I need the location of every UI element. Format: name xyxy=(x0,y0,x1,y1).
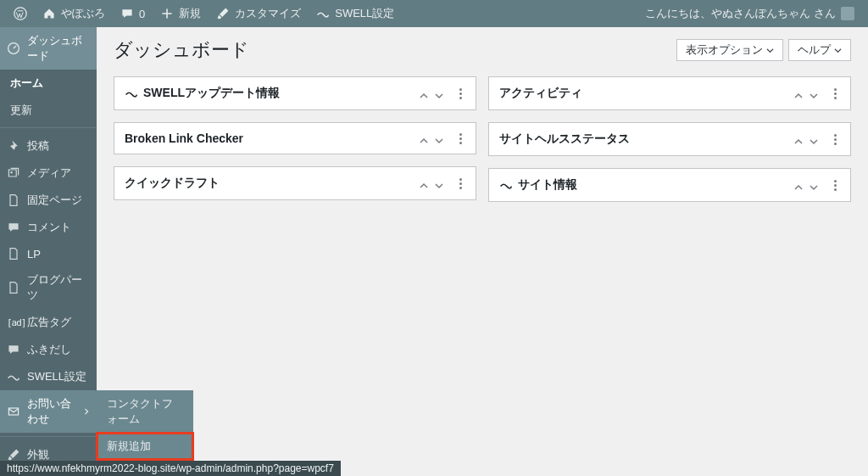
swell-icon xyxy=(499,178,513,192)
sidebar-posts[interactable]: 投稿 xyxy=(0,132,97,160)
sidebar-label: お問い合わせ xyxy=(27,396,76,427)
site-link[interactable]: やぽぶろ xyxy=(36,0,112,27)
metabox-swell-update: SWELLアップデート情報 xyxy=(114,76,476,110)
metabox-actions xyxy=(794,134,840,145)
sidebar-adtag[interactable]: [ad] 広告タグ xyxy=(0,309,97,336)
sidebar-label: SWELL設定 xyxy=(27,369,86,384)
customize-link[interactable]: カスタマイズ xyxy=(209,0,308,27)
metabox-header[interactable]: サイト情報 xyxy=(489,169,850,201)
title-text: クイックドラフト xyxy=(125,176,220,191)
metabox-title: Broken Link Checker xyxy=(125,132,243,145)
metabox-menu-button[interactable] xyxy=(455,178,465,189)
sidebar-label: 固定ページ xyxy=(27,193,82,208)
metabox-actions xyxy=(420,178,465,189)
metabox-header[interactable]: アクティビティ xyxy=(489,77,850,109)
admin-bar: やぽぶろ 0 新規 カスタマイズ SWELL設定 こんにちは、やぬさんぽんちゃん… xyxy=(0,0,868,27)
user-greeting[interactable]: こんにちは、やぬさんぽんちゃん さん xyxy=(638,0,861,27)
move-up-button[interactable] xyxy=(420,89,428,98)
site-name: やぽぶろ xyxy=(61,6,105,21)
wp-logo[interactable] xyxy=(7,0,34,27)
metabox-menu-button[interactable] xyxy=(830,134,840,145)
plus-icon xyxy=(160,7,174,20)
comments-count: 0 xyxy=(139,8,145,20)
comment-icon xyxy=(120,7,134,20)
sidebar-label: 広告タグ xyxy=(27,315,71,330)
swell-icon xyxy=(7,370,20,384)
move-down-button[interactable] xyxy=(435,179,443,188)
move-down-button[interactable] xyxy=(435,89,443,98)
metabox-broken-link: Broken Link Checker xyxy=(114,122,476,154)
sidebar-pages[interactable]: 固定ページ xyxy=(0,187,97,214)
help-button[interactable]: ヘルプ xyxy=(788,39,851,61)
sidebar-separator xyxy=(0,433,97,437)
ad-icon: [ad] xyxy=(7,317,20,328)
sidebar-swell[interactable]: SWELL設定 xyxy=(0,363,97,390)
comments-link[interactable]: 0 xyxy=(114,0,152,27)
comment-icon xyxy=(7,221,20,234)
title-text: サイト情報 xyxy=(518,177,577,193)
chevron-down-icon xyxy=(834,47,842,54)
metabox-title: クイックドラフト xyxy=(125,176,220,191)
move-down-button[interactable] xyxy=(810,181,818,189)
column-right: アクティビティ サイトヘルスステータス xyxy=(488,76,851,202)
sidebar-dashboard[interactable]: ダッシュボード xyxy=(0,27,97,70)
swell-icon xyxy=(125,87,138,100)
metabox-title: サイトヘルスステータス xyxy=(499,132,630,147)
media-icon xyxy=(7,166,20,180)
metabox-header[interactable]: Broken Link Checker xyxy=(114,123,476,154)
main-content: ダッシュボード 表示オプション ヘルプ SWELLアップデート情報 xyxy=(97,27,868,476)
sidebar-comments[interactable]: コメント xyxy=(0,214,97,241)
metabox-menu-button[interactable] xyxy=(830,180,840,191)
metabox-title: アクティビティ xyxy=(499,86,582,101)
sidebar-sub-home[interactable]: ホーム xyxy=(0,70,97,97)
sidebar-label: ダッシュボード xyxy=(27,33,90,64)
sidebar-label: ブログパーツ xyxy=(27,272,90,303)
customize-label: カスタマイズ xyxy=(235,6,301,21)
new-label: 新規 xyxy=(179,6,201,21)
home-icon xyxy=(42,7,56,20)
balloon-icon xyxy=(7,343,20,356)
header-row: ダッシュボード 表示オプション ヘルプ xyxy=(114,27,851,76)
move-up-button[interactable] xyxy=(420,134,428,143)
sidebar-balloon[interactable]: ふきだし xyxy=(0,336,97,363)
move-up-button[interactable] xyxy=(794,89,803,98)
metabox-menu-button[interactable] xyxy=(455,133,465,144)
title-text: SWELLアップデート情報 xyxy=(143,86,280,101)
screen-options-button[interactable]: 表示オプション xyxy=(676,39,783,61)
sidebar-label: コメント xyxy=(27,220,71,235)
swell-link[interactable]: SWELL設定 xyxy=(309,0,401,27)
sidebar-label: LP xyxy=(27,248,41,260)
move-down-button[interactable] xyxy=(810,89,818,98)
sidebar-label: 投稿 xyxy=(27,138,49,154)
move-up-button[interactable] xyxy=(794,181,803,189)
move-up-button[interactable] xyxy=(794,135,803,143)
page-icon xyxy=(7,193,20,207)
move-down-button[interactable] xyxy=(435,134,443,143)
metabox-menu-button[interactable] xyxy=(830,88,840,99)
metabox-header[interactable]: SWELLアップデート情報 xyxy=(114,77,476,109)
sidebar-separator xyxy=(0,124,97,128)
sidebar-sub-updates[interactable]: 更新 xyxy=(0,97,97,124)
page-icon xyxy=(7,247,20,260)
new-link[interactable]: 新規 xyxy=(153,0,208,27)
sidebar-media[interactable]: メディア xyxy=(0,160,97,187)
title-text: サイトヘルスステータス xyxy=(499,132,630,147)
sidebar-blogparts[interactable]: ブログパーツ xyxy=(0,266,97,309)
brush-icon xyxy=(216,7,230,20)
dashboard-icon xyxy=(7,42,20,55)
metabox-menu-button[interactable] xyxy=(455,88,465,99)
wordpress-icon xyxy=(14,7,27,20)
chevron-down-icon xyxy=(766,47,774,54)
mail-icon xyxy=(7,405,20,418)
metabox-header[interactable]: サイトヘルスステータス xyxy=(489,123,850,155)
page-icon xyxy=(7,281,20,294)
move-down-button[interactable] xyxy=(810,135,818,143)
column-left: SWELLアップデート情報 Broken Link Checker xyxy=(114,76,476,202)
sidebar-contact[interactable]: お問い合わせ xyxy=(0,390,97,433)
sidebar-lp[interactable]: LP xyxy=(0,241,97,266)
metabox-actions xyxy=(794,88,840,99)
svg-point-2 xyxy=(10,171,12,173)
metabox-health: サイトヘルスステータス xyxy=(488,122,851,156)
metabox-header[interactable]: クイックドラフト xyxy=(114,167,476,199)
move-up-button[interactable] xyxy=(420,179,428,188)
